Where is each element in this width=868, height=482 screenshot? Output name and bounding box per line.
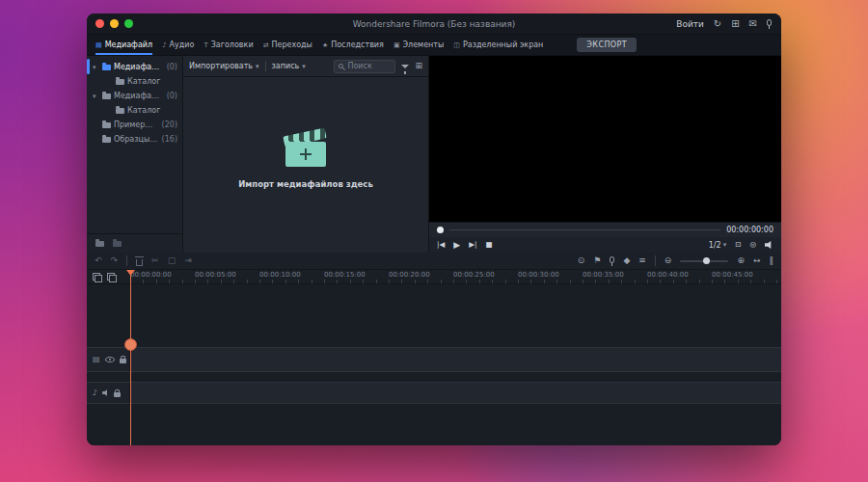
tree-item[interactable]: ▾ Медиафайл проекта (0) (87, 60, 182, 74)
tree-item[interactable]: Каталог (87, 103, 182, 118)
divider (126, 255, 127, 266)
video-track: ▤ (87, 347, 781, 372)
mic-icon[interactable] (767, 19, 772, 26)
tree-item-count: (20) (162, 120, 177, 129)
render-preview-icon[interactable]: ‖ (770, 256, 774, 265)
split-icon[interactable]: ✂ (151, 256, 159, 265)
scrubber-knob[interactable] (437, 227, 444, 233)
ruler-label: 00:00:40:00 (647, 270, 712, 283)
delete-folder-icon[interactable] (113, 241, 122, 247)
speaker-icon[interactable] (102, 389, 109, 396)
tab-icon: ◫ (453, 41, 460, 49)
filmora-window: Wondershare Filmora (Без названия) Войти… (87, 13, 781, 445)
eye-icon[interactable] (105, 357, 115, 362)
tab-item[interactable]: ▤ Медиафайл (91, 35, 157, 55)
crop-icon[interactable]: ▢ (168, 256, 176, 265)
new-folder-icon[interactable] (95, 241, 104, 247)
tab-item[interactable]: T Заголовки (199, 35, 258, 55)
tab-item[interactable]: ◫ Разделенный экран (448, 35, 548, 55)
folder-icon (102, 94, 111, 99)
play-button[interactable]: ▶ (453, 241, 460, 250)
stop-button[interactable]: ■ (486, 241, 493, 249)
record-icon[interactable]: ⊙ (578, 256, 585, 265)
folder-icon (102, 122, 111, 128)
empty-state-text: Импорт медиафайлов здесь (238, 179, 373, 189)
marker-icon[interactable]: ⚑ (593, 256, 601, 265)
tree-item[interactable]: ▾ Медиафайл с совме... (0) (87, 89, 182, 103)
zoom-slider[interactable] (680, 260, 728, 262)
tab-label: Аудио (170, 40, 195, 49)
scrubber-track[interactable] (449, 229, 720, 230)
fit-display-icon[interactable]: ⊡ (735, 241, 741, 249)
ruler-label: 00:00:05:00 (195, 270, 259, 283)
playhead-grip[interactable] (124, 338, 137, 351)
tab-label: Последствия (331, 40, 384, 49)
scroll-indicator[interactable] (87, 59, 90, 74)
tab-item[interactable]: ⇄ Переходы (258, 35, 317, 55)
manage-tracks-icon[interactable] (93, 273, 101, 281)
snapshot-icon[interactable]: ◎ (749, 241, 756, 249)
timeline-ruler-row: 00:00:00:00 00:00:05:00 00:00:10:00 00:0… (87, 270, 781, 284)
ripple-delete-icon[interactable]: ⇥ (184, 256, 192, 265)
lock-icon[interactable] (120, 359, 126, 363)
zoom-in-icon[interactable]: ⊕ (737, 256, 745, 265)
timeline-ruler[interactable]: 00:00:00:00 00:00:05:00 00:00:10:00 00:0… (130, 270, 781, 283)
zoom-out-icon[interactable]: ⊖ (665, 256, 672, 265)
redo-icon[interactable]: ↷ (111, 256, 119, 265)
ruler-label: 00:00:35:00 (583, 270, 647, 283)
note-icon[interactable]: ♪ (93, 389, 97, 397)
tab-item[interactable]: ★ Последствия (317, 35, 389, 55)
lock-icon[interactable] (114, 392, 121, 397)
media-empty-state[interactable]: Импорт медиафайлов здесь (183, 66, 428, 253)
quality-dropdown[interactable]: 1/2 ▾ (709, 241, 726, 250)
clapperboard-icon (283, 129, 329, 170)
media-sidebar: ▾ Медиафайл проекта (0) Каталог ▾ (87, 56, 183, 253)
tree-item-label: Образцы цветов (114, 135, 159, 144)
delete-icon[interactable] (136, 259, 143, 266)
tree-item[interactable]: Каталог (87, 74, 182, 89)
tab-item[interactable]: ♪ Аудио (157, 35, 199, 55)
tab-list: ▤ Медиафайл ♪ Аудио T Заголовки ⇄ Перехо… (91, 35, 548, 55)
login-button[interactable]: Войти (676, 19, 704, 29)
next-frame-button[interactable]: ▶| (469, 241, 476, 249)
tab-icon: T (203, 41, 207, 49)
export-button[interactable]: ЭКСПОРТ (577, 38, 637, 52)
folder-icon (102, 137, 111, 143)
previous-frame-button[interactable]: |◀ (437, 241, 445, 249)
zoom-button[interactable] (124, 19, 133, 28)
filter-icon[interactable] (401, 65, 409, 68)
video-track-lane[interactable] (130, 348, 781, 371)
film-icon[interactable]: ▤ (93, 356, 100, 363)
folder-icon (116, 79, 124, 85)
tree-item-label: Примеры видео (114, 120, 159, 129)
tree-item[interactable]: Образцы цветов (16) (87, 132, 182, 147)
zoom-slider-knob[interactable] (703, 257, 710, 264)
playhead[interactable] (130, 270, 131, 445)
tab-item[interactable]: ▣ Элементы (389, 35, 448, 55)
sync-icon[interactable]: ↻ (714, 19, 721, 29)
tree-item[interactable]: Примеры видео (20) (87, 118, 182, 132)
close-button[interactable] (95, 19, 104, 28)
media-panel: Импортировать ▾ запись ▾ ⊞ (183, 56, 429, 253)
keyframe-icon[interactable]: ◆ (623, 256, 630, 265)
mixer-icon[interactable]: ≡ (638, 256, 646, 265)
timeline-toolbar: ↶ ↷ ✂ ▢ ⇥ ⊙ ⚑ ◆ ≡ ⊖ ⊕ ↔ ‖ (87, 253, 781, 270)
audio-track-lane[interactable] (130, 383, 781, 403)
minimize-button[interactable] (110, 19, 119, 28)
layout-icon[interactable]: ⊞ (731, 19, 739, 29)
ruler-label: 00:00:15:00 (324, 270, 389, 283)
mail-icon[interactable]: ✉ (749, 19, 757, 29)
titlebar-actions: Войти ↻ ⊞ ✉ (676, 19, 781, 29)
volume-icon[interactable] (765, 241, 773, 250)
undo-icon[interactable]: ↶ (95, 256, 102, 265)
voiceover-icon[interactable] (610, 256, 614, 263)
chevron-down-icon[interactable]: ▾ (93, 64, 99, 71)
ruler-label: 00:00:10:00 (259, 270, 324, 283)
sidebar-footer (87, 233, 182, 253)
chevron-down-icon[interactable]: ▾ (93, 93, 99, 100)
add-track-icon[interactable] (107, 273, 116, 281)
fit-timeline-icon[interactable]: ↔ (753, 256, 761, 265)
titlebar: Wondershare Filmora (Без названия) Войти… (87, 13, 781, 35)
timeline: 00:00:00:00 00:00:05:00 00:00:10:00 00:0… (87, 270, 781, 445)
preview-viewport[interactable] (429, 56, 781, 222)
